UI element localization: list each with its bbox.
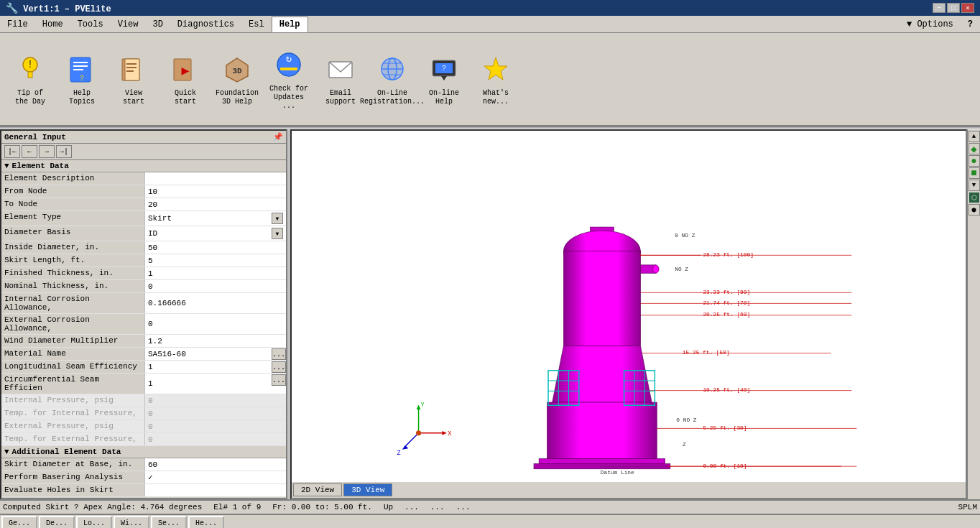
field-value[interactable]: SA516-60... [145, 348, 286, 360]
field-value[interactable]: 50 [145, 241, 286, 254]
field-value[interactable]: 20 [145, 198, 286, 210]
menu-item-home[interactable]: Home [35, 17, 70, 32]
dots2: ... [430, 503, 445, 511]
help-topics-button[interactable]: ?HelpTopics [57, 37, 106, 121]
field-label: Circumferential Seam Efficien [1, 374, 145, 394]
nav-btn-1[interactable]: ← [22, 145, 37, 158]
nav-btn-0[interactable]: |← [4, 145, 20, 158]
field-value[interactable]: 5 [145, 254, 286, 267]
foundation-3d-button[interactable]: 3DFoundation3D Help [213, 37, 262, 121]
tip-of-day-button[interactable]: !Tip ofthe Day [6, 37, 55, 121]
field-value[interactable]: 60 [145, 458, 286, 471]
taskbar-btn-5[interactable]: He... [188, 516, 224, 528]
svg-rect-46 [547, 402, 657, 458]
check-updates-button[interactable]: ↻Check forUpdates ... [264, 37, 313, 121]
svg-rect-44 [563, 251, 640, 346]
whats-new-button[interactable]: What'snew... [471, 37, 520, 121]
field-value[interactable]: ✓ [145, 471, 286, 483]
scroll-up-btn[interactable]: ▲ [969, 131, 980, 142]
status-text: Computed Skirt ? Apex Angle: 4.764 degre… [3, 503, 202, 511]
taskbar-btn-4[interactable]: Se... [151, 516, 187, 528]
ellipsis-btn[interactable]: ... [272, 374, 286, 386]
svg-text:▶: ▶ [182, 64, 190, 78]
check-updates-icon: ↻ [272, 47, 306, 82]
field-value[interactable]: 1.2 [145, 335, 286, 347]
taskbar-btn-3[interactable]: Wi... [114, 516, 149, 528]
view-start-button[interactable]: Viewstart [109, 37, 158, 121]
nav-btn-2[interactable]: → [39, 145, 55, 158]
online-help-label: On-lineHelp [429, 89, 459, 106]
field-label: Perform Basering Analysis [1, 471, 145, 483]
svg-text:10.25 ft. [40]: 10.25 ft. [40] [703, 386, 750, 393]
svg-text:Datum Line: Datum Line [601, 469, 634, 476]
field-value[interactable]: ID▼ [145, 226, 286, 241]
statusbar: Computed Skirt ? Apex Angle: 4.764 degre… [0, 499, 980, 514]
svg-rect-12 [126, 70, 134, 72]
field-value[interactable]: 0 [145, 314, 286, 334]
menu-item-view[interactable]: View [111, 17, 146, 32]
menu-item-3d[interactable]: 3D [145, 17, 170, 32]
data-row-1-1: Perform Basering Analysis✓ [1, 471, 286, 484]
taskbar-btn-0[interactable]: Ge... [1, 516, 37, 528]
right-tool-1[interactable]: ◆ [969, 143, 980, 154]
right-tool-3[interactable]: ■ [969, 167, 980, 179]
el-info: El# 1 of 9 [213, 503, 261, 511]
nav-btn-3[interactable]: →| [56, 145, 72, 158]
data-row-0-5: Inside Diameter, in.50 [1, 241, 286, 254]
maximize-button[interactable]: □ [947, 3, 960, 13]
menu-item-diagnostics[interactable]: Diagnostics [170, 17, 241, 32]
dropdown-arrow[interactable]: ▼ [272, 213, 283, 224]
field-value[interactable]: 0 [145, 280, 286, 292]
online-help-button[interactable]: ?On-lineHelp [420, 37, 468, 121]
field-value[interactable]: 10 [145, 185, 286, 198]
panel-title: General Input [4, 133, 66, 142]
taskbar-btn-2[interactable]: Lo... [76, 516, 112, 528]
email-support-icon [323, 52, 358, 86]
options-menu[interactable]: ▼ Options [900, 17, 961, 32]
menu-item-file[interactable]: File [0, 17, 35, 32]
svg-rect-10 [126, 63, 137, 65]
taskbar-btn-1[interactable]: De... [39, 516, 75, 528]
minimize-button[interactable]: − [933, 3, 946, 13]
toolbar: !Tip ofthe Day?HelpTopicsViewstart▶Quick… [0, 33, 980, 126]
data-row-0-12: Material NameSA516-60... [1, 348, 286, 361]
svg-text:NO Z: NO Z [675, 266, 688, 272]
email-support-label: Emailsupport [325, 89, 356, 106]
dots1: ... [405, 503, 419, 511]
view-tab-3d-view[interactable]: 3D View [343, 483, 392, 496]
section-header-0: ▼ Element Data [1, 160, 286, 172]
data-row-0-10: External Corrosion Allowance,0 [1, 314, 286, 335]
right-tool-2[interactable]: ● [969, 155, 980, 167]
ellipsis-btn[interactable]: ... [272, 361, 286, 373]
menu-item-help[interactable]: Help [272, 17, 308, 32]
menu-item-tools[interactable]: Tools [70, 17, 111, 32]
email-support-button[interactable]: Emailsupport [316, 37, 365, 121]
menubar: FileHomeToolsView3DDiagnosticsEslHelp▼ O… [0, 16, 980, 33]
view-tab-2d-view[interactable]: 2D View [293, 483, 342, 496]
foundation-3d-icon: 3D [220, 52, 254, 86]
right-tool-5[interactable]: ⬡ [969, 192, 980, 203]
field-value[interactable]: 1 [145, 267, 286, 279]
help-icon[interactable]: ? [961, 17, 980, 32]
field-value[interactable]: 1... [145, 361, 286, 373]
right-tool-6[interactable]: ⬢ [969, 204, 980, 216]
right-tool-4[interactable]: ▼ [969, 180, 980, 191]
ellipsis-btn[interactable]: ... [272, 348, 286, 360]
data-row-0-7: Finished Thickness, in.1 [1, 267, 286, 280]
svg-text:Z: Z [683, 441, 686, 448]
menu-item-esl[interactable]: Esl [241, 17, 272, 32]
field-value[interactable] [145, 484, 286, 496]
field-value[interactable] [145, 172, 286, 185]
view-tabs: 2D View3D View [292, 482, 966, 498]
field-value[interactable]: Skirt▼ [145, 211, 286, 226]
svg-text:Y: Y [420, 402, 424, 409]
svg-text:3D: 3D [232, 67, 242, 75]
field-value[interactable]: 1... [145, 374, 286, 394]
online-reg-button[interactable]: On-LineRegistration... [368, 37, 417, 121]
close-button[interactable]: ✕ [961, 3, 974, 13]
dropdown-arrow[interactable]: ▼ [272, 228, 283, 239]
field-value[interactable]: 0.166666 [145, 293, 286, 313]
dots3: ... [456, 503, 471, 511]
quick-start-button[interactable]: ▶Quickstart [161, 37, 210, 121]
svg-marker-45 [553, 346, 652, 402]
